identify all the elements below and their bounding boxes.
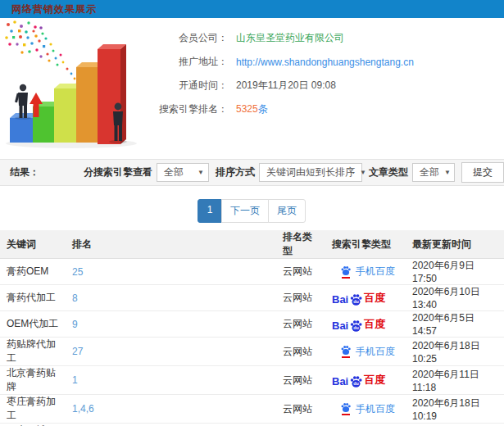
mobile-baidu-logo: 手机百度 (340, 402, 395, 416)
table-row: 膏药OEM 25 云网站 手机百度 du 2020年6月9日 17:50 (0, 259, 504, 285)
table-row: 药贴牌代加工 27 云网站 手机百度 du 2020年6月18日 10:25 (0, 338, 504, 366)
svg-text:du: du (353, 325, 359, 330)
engine-cell: 手机百度 du (325, 395, 406, 424)
article-type-value: 全部 (420, 165, 439, 179)
table-header-row: 关键词 排名 排名类型 搜索引擎类型 最新更新时间 (0, 230, 504, 259)
rank-type-cell: 云网站 (276, 311, 325, 338)
sort-filter-value: 关键词由短到长排序 (266, 165, 355, 179)
rank-link[interactable]: 25 (72, 266, 83, 278)
rank-link[interactable]: 27 (72, 346, 83, 357)
rank-cell: 1,4,6 (66, 395, 276, 424)
submit-button[interactable]: 提交 (461, 162, 504, 183)
engine-filter-value: 全部 (164, 165, 184, 179)
info-row-url: 推广地址： http://www.shandonghuangshengtang.… (156, 50, 504, 74)
header-engine-type: 搜索引擎类型 (325, 230, 406, 259)
rank-count-label: 搜索引擎排名： (156, 102, 228, 116)
table-row: 北京膏药贴牌 1 云网站 Bai du 百度 2020年6月11日 11:18 (0, 366, 504, 395)
header-rank-type: 排名类型 (276, 230, 325, 259)
keyword-cell: 北京膏药贴牌 (0, 366, 66, 395)
baidu-paw-icon: du (349, 320, 363, 333)
mobile-baidu-logo: 手机百度 (340, 345, 395, 359)
rank-link[interactable]: 1,4,6 (72, 403, 94, 415)
baidu-logo: Bai du 百度 (332, 317, 385, 332)
top-bar: 网络营销效果展示 (0, 0, 504, 18)
updated-cell: 2020年6月18日 10:25 (406, 338, 504, 366)
results-table: 关键词 排名 排名类型 搜索引擎类型 最新更新时间 膏药OEM 25 云网站 手… (0, 230, 504, 426)
updated-cell: 2020年6月18日 10:19 (406, 395, 504, 424)
baidu-paw-icon (340, 265, 352, 279)
rank-count-value: 5325 (236, 103, 258, 115)
chevron-down-icon: ▼ (439, 169, 451, 176)
chevron-down-icon: ▼ (355, 169, 366, 176)
keyword-cell: 膏药OEM (0, 259, 66, 285)
keyword-cell: 医疗器械厂家 (0, 424, 66, 426)
updated-cell: 2020年6月11日 11:18 (406, 366, 504, 395)
rank-cell: 4 (66, 424, 276, 426)
rank-type-cell: 云网站 (276, 285, 325, 311)
table-row: 枣庄膏药加工 1,4,6 云网站 手机百度 du 2020年6月18日 10:1… (0, 395, 504, 424)
baidu-paw-icon: du (349, 293, 363, 306)
table-row: OEM代加工 9 云网站 Bai du 百度 2020年6月5日 14:57 (0, 311, 504, 338)
promo-url-link[interactable]: http://www.shandonghuangshengtang.cn (236, 57, 414, 68)
confetti-dots (5, 20, 78, 84)
rank-cell: 8 (66, 285, 276, 311)
result-label: 结果： (10, 165, 39, 179)
page-title: 网络营销效果展示 (11, 2, 97, 16)
keyword-cell: 枣庄膏药加工 (0, 395, 66, 424)
chevron-down-icon: ▼ (193, 169, 204, 176)
open-time-label: 开通时间： (156, 79, 228, 93)
rank-cell: 25 (66, 259, 276, 285)
keyword-cell: OEM代加工 (0, 311, 66, 338)
updated-cell: 2020年6月10日 13:40 (406, 285, 504, 311)
rank-type-cell: 云网站 (276, 424, 325, 426)
keyword-cell: 膏药代加工 (0, 285, 66, 311)
rank-link[interactable]: 9 (72, 319, 78, 330)
keyword-cell: 药贴牌代加工 (0, 338, 66, 366)
header-keyword: 关键词 (0, 230, 66, 259)
rank-type-cell: 云网站 (276, 366, 325, 395)
rank-type-cell: 云网站 (276, 395, 325, 424)
red-underline (342, 356, 350, 358)
bar-chart-illustration (2, 20, 152, 152)
rank-cell: 27 (66, 338, 276, 366)
open-time-value: 2019年11月20日 09:08 (236, 79, 336, 93)
company-link[interactable]: 山东皇圣堂药业有限公司 (236, 31, 344, 45)
engine-cell: Bai du 百度 (325, 366, 406, 395)
sort-filter-select[interactable]: 关键词由短到长排序 ▼ (259, 163, 362, 182)
engine-cell: Bai du 百度 (325, 311, 406, 338)
article-type-label: 文章类型 (369, 165, 408, 179)
engine-filter-select[interactable]: 全部 ▼ (157, 163, 209, 182)
pagination: 1 下一页 尾页 (0, 199, 504, 223)
rank-type-cell: 云网站 (276, 259, 325, 285)
rank-cell: 9 (66, 311, 276, 338)
rank-link[interactable]: 1 (72, 374, 78, 386)
page-1-button[interactable]: 1 (198, 199, 222, 223)
engine-cell: 手机百度 du (325, 259, 406, 285)
article-type-select[interactable]: 全部 ▼ (412, 163, 455, 182)
table-row: 医疗器械厂家 4 云网站 Bai du 百度 2020年5月29日 10:32 (0, 424, 504, 426)
red-underline (342, 414, 350, 415)
promo-url-label: 推广地址： (156, 55, 228, 69)
header-updated: 最新更新时间 (406, 230, 504, 259)
filter-controls: 分搜索引擎查看 全部 ▼ 排序方式 关键词由短到长排序 ▼ 文章类型 全部 ▼ … (77, 162, 504, 183)
header-rank: 排名 (66, 230, 276, 259)
info-row-rank-count: 搜索引擎排名： 5325条 (156, 97, 504, 121)
table-row: 膏药代加工 8 云网站 Bai du 百度 2020年6月10日 13:40 (0, 285, 504, 311)
last-page-button[interactable]: 尾页 (268, 199, 306, 223)
next-page-button[interactable]: 下一页 (221, 199, 269, 223)
rank-type-cell: 云网站 (276, 338, 325, 366)
info-row-open-time: 开通时间： 2019年11月20日 09:08 (156, 74, 504, 97)
info-row-company: 会员公司： 山东皇圣堂药业有限公司 (156, 26, 504, 50)
baidu-paw-icon (340, 345, 352, 358)
baidu-logo: Bai du 百度 (332, 291, 385, 306)
engine-filter-label: 分搜索引擎查看 (84, 165, 152, 179)
rank-cell: 1 (66, 366, 276, 395)
info-section: 会员公司： 山东皇圣堂药业有限公司 推广地址： http://www.shand… (0, 18, 504, 159)
engine-cell: Bai du 百度 (325, 285, 406, 311)
filter-bar: 结果： 分搜索引擎查看 全部 ▼ 排序方式 关键词由短到长排序 ▼ 文章类型 全… (0, 159, 504, 186)
sort-filter-label: 排序方式 (216, 165, 255, 179)
rank-count-unit: 条 (258, 103, 268, 115)
updated-cell: 2020年5月29日 10:32 (406, 424, 504, 426)
rank-link[interactable]: 8 (72, 292, 78, 304)
baidu-paw-icon (340, 402, 352, 415)
